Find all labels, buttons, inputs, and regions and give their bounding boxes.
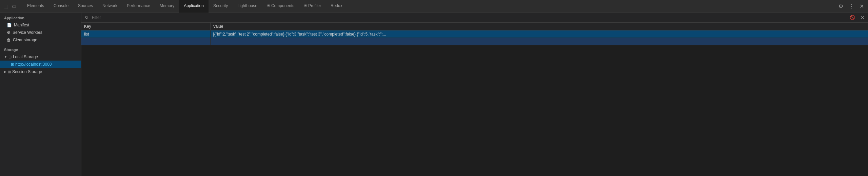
components-asterisk-icon: ✳ — [267, 3, 270, 8]
storage-section-label: Storage — [0, 46, 81, 53]
session-storage-chevron-icon: ▶ — [4, 70, 6, 73]
tab-bar: ⬚ ▭ Elements Console Sources Network Per… — [0, 0, 868, 13]
table-row[interactable] — [81, 38, 868, 45]
tab-performance[interactable]: Performance — [122, 0, 155, 13]
devtools-icons: ⬚ ▭ — [3, 3, 17, 9]
device-icon[interactable]: ▭ — [11, 3, 17, 9]
tab-profiler[interactable]: ✳ Profiler — [299, 0, 326, 13]
tab-elements[interactable]: Elements — [22, 0, 49, 13]
sidebar-item-localhost-3000[interactable]: ⊞ http://localhost:3000 — [0, 61, 81, 68]
local-storage-icon: ⊞ — [8, 55, 12, 59]
filter-bar: ↻ 🚫 ✕ — [81, 13, 868, 23]
manifest-icon: 📄 — [7, 23, 12, 27]
content-area: ↻ 🚫 ✕ Key Value list [{"id":2,"task":"te… — [81, 13, 868, 176]
column-header-value[interactable]: Value — [210, 23, 868, 30]
service-workers-icon: ⚙ — [7, 30, 11, 35]
filter-close-button[interactable]: ✕ — [859, 14, 867, 21]
profiler-asterisk-icon: ✳ — [304, 3, 307, 8]
tab-application[interactable]: Application — [179, 0, 209, 13]
sidebar-item-manifest[interactable]: 📄 Manifest — [0, 21, 81, 29]
local-storage-chevron-icon: ▼ — [4, 55, 7, 59]
tab-security[interactable]: Security — [209, 0, 233, 13]
main-layout: Application 📄 Manifest ⚙ Service Workers… — [0, 13, 868, 176]
tab-bar-right: ⚙ ⋮ ✕ — [837, 2, 865, 10]
close-icon[interactable]: ✕ — [858, 2, 865, 10]
tab-console[interactable]: Console — [49, 0, 73, 13]
application-section-label: Application — [0, 14, 81, 21]
tab-lighthouse[interactable]: Lighthouse — [233, 0, 262, 13]
table-cell-key-empty — [81, 38, 210, 45]
sidebar-item-service-workers[interactable]: ⚙ Service Workers — [0, 29, 81, 36]
more-icon[interactable]: ⋮ — [847, 2, 855, 10]
settings-icon[interactable]: ⚙ — [837, 2, 845, 10]
filter-clear-button[interactable]: 🚫 — [848, 14, 857, 21]
tab-redux[interactable]: Redux — [326, 0, 347, 13]
storage-section: Storage ▼ ⊞ Local Storage ⊞ http://local… — [0, 46, 81, 75]
inspect-icon[interactable]: ⬚ — [3, 3, 8, 9]
filter-input[interactable] — [92, 15, 846, 20]
table-header-row: Key Value — [81, 23, 868, 30]
table-cell-value-empty — [210, 38, 868, 45]
clear-storage-icon: 🗑 — [7, 38, 11, 42]
column-header-key[interactable]: Key — [81, 23, 210, 30]
data-table: Key Value list [{"id":2,"task":"test 2",… — [81, 23, 868, 176]
sidebar: Application 📄 Manifest ⚙ Service Workers… — [0, 13, 81, 176]
sidebar-item-local-storage[interactable]: ▼ ⊞ Local Storage — [0, 53, 81, 61]
sidebar-item-session-storage[interactable]: ▶ ⊞ Session Storage — [0, 68, 81, 75]
sidebar-item-clear-storage[interactable]: 🗑 Clear storage — [0, 36, 81, 44]
localhost-3000-icon: ⊞ — [11, 62, 14, 67]
table-cell-value: [{"id":2,"task":"test 2","completed":fal… — [210, 30, 868, 38]
filter-refresh-button[interactable]: ↻ — [83, 14, 91, 21]
session-storage-icon: ⊞ — [8, 70, 11, 74]
tab-network[interactable]: Network — [98, 0, 122, 13]
table-cell-key: list — [81, 30, 210, 38]
tab-sources[interactable]: Sources — [73, 0, 98, 13]
tab-memory[interactable]: Memory — [155, 0, 179, 13]
table-row[interactable]: list [{"id":2,"task":"test 2","completed… — [81, 30, 868, 38]
storage-table: Key Value list [{"id":2,"task":"test 2",… — [81, 23, 868, 45]
tab-components[interactable]: ✳ Components — [262, 0, 299, 13]
